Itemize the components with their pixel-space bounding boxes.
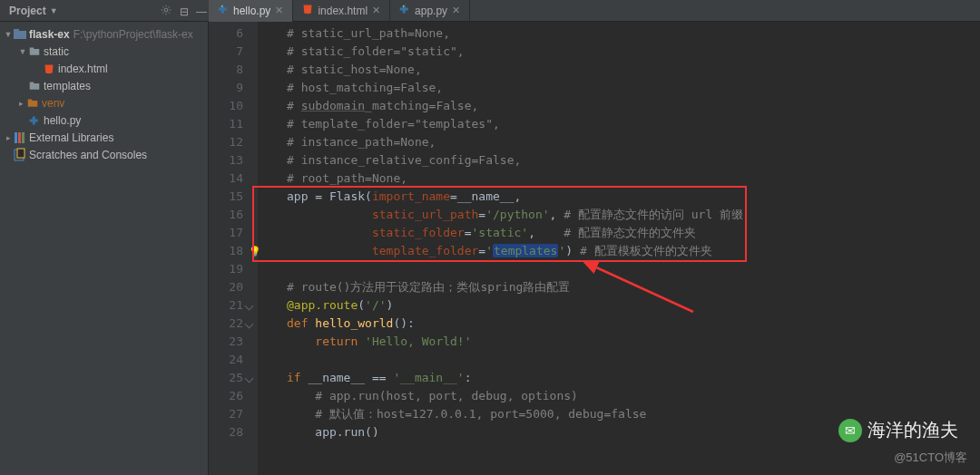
line-number[interactable]: 12	[209, 133, 243, 151]
svg-rect-6	[14, 29, 19, 32]
expand-icon[interactable]: ▸	[4, 133, 13, 142]
python-file-icon	[27, 115, 42, 126]
line-number[interactable]: 6	[209, 24, 243, 43]
toolwindow-title[interactable]: Project	[9, 5, 46, 17]
tree-folder-templates[interactable]: templates	[0, 77, 208, 94]
ide-root: Project ▼ ⊟ — hello.py ✕ index.html ✕	[0, 0, 980, 475]
code-text: # static_host=None,	[287, 63, 422, 76]
code-text: if __name__ == '__main__':	[287, 369, 980, 387]
tree-root[interactable]: ▼ flask-ex F:\pythonProject\flask-ex	[0, 25, 208, 43]
code-area[interactable]: # static_url_path=None, # static_folder=…	[258, 22, 980, 475]
top-bar: Project ▼ ⊟ — hello.py ✕ index.html ✕	[0, 0, 980, 22]
libraries-icon	[13, 131, 27, 145]
close-icon[interactable]: ✕	[372, 5, 380, 16]
line-number[interactable]: 23	[209, 333, 243, 351]
line-number[interactable]: 16	[209, 206, 243, 224]
tree-label: venv	[42, 97, 64, 110]
svg-rect-8	[30, 47, 34, 49]
line-number[interactable]: 28	[209, 423, 243, 441]
svg-rect-7	[30, 49, 40, 55]
svg-rect-17	[17, 149, 24, 158]
code-text: app.run()	[287, 425, 379, 439]
tree-label: templates	[44, 80, 91, 92]
tree-scratches[interactable]: Scratches and Consoles	[0, 146, 208, 163]
expand-icon[interactable]: ▼	[4, 30, 13, 39]
main-area: ▼ flask-ex F:\pythonProject\flask-ex ▼ s…	[0, 22, 980, 475]
tree-file-hello-py[interactable]: hello.py	[0, 111, 208, 129]
line-number[interactable]: 7	[209, 43, 243, 61]
tab-app-py[interactable]: app.py ✕	[390, 0, 470, 22]
line-number[interactable]: 9	[209, 79, 243, 97]
line-number[interactable]: 13	[209, 151, 243, 170]
code-text: # subdomain_matching=False,	[287, 99, 478, 112]
svg-rect-13	[15, 132, 17, 143]
line-number[interactable]: 14	[209, 170, 243, 188]
svg-rect-11	[28, 101, 38, 107]
project-folder-icon	[13, 27, 27, 42]
line-number[interactable]: 15	[209, 188, 243, 206]
tab-label: app.py	[415, 5, 447, 17]
line-number[interactable]: 11	[209, 115, 243, 133]
code-text: # instance_path=None,	[287, 135, 436, 149]
tab-label: index.html	[318, 5, 368, 17]
tree-label: External Libraries	[29, 131, 113, 144]
html-file-icon	[302, 4, 313, 17]
toolwindow-header: Project ▼ ⊟ —	[0, 3, 209, 19]
svg-rect-14	[18, 132, 21, 143]
tree-file-index-html[interactable]: index.html	[0, 60, 208, 77]
code-text: static_folder='static', # 配置静态文件的文件夹	[287, 224, 980, 242]
tree-label: index.html	[58, 63, 108, 75]
code-text: # host_matching=False,	[287, 81, 443, 94]
python-file-icon	[218, 4, 229, 17]
tab-hello-py[interactable]: hello.py ✕	[209, 0, 293, 22]
code-text: def hello_world():	[287, 315, 980, 333]
line-number[interactable]: 18	[209, 242, 243, 260]
folder-icon	[27, 81, 42, 92]
line-number[interactable]: 17	[209, 224, 243, 242]
close-icon[interactable]: ✕	[452, 5, 460, 16]
line-number[interactable]: 8	[209, 61, 243, 79]
code-text: # app.run(host, port, debug, options)	[287, 389, 578, 402]
svg-rect-5	[14, 31, 26, 39]
svg-point-3	[221, 5, 223, 7]
line-number[interactable]: 24	[209, 351, 243, 369]
tab-index-html[interactable]: index.html ✕	[293, 0, 390, 22]
line-number[interactable]: 20	[209, 278, 243, 296]
tree-label: static	[44, 45, 69, 58]
scratches-icon	[13, 148, 27, 162]
line-number[interactable]: 27	[209, 405, 243, 423]
tree-label: hello.py	[44, 114, 81, 127]
minimize-icon[interactable]: —	[194, 5, 209, 19]
code-text: # root_path=None,	[287, 171, 407, 185]
html-file-icon	[42, 63, 56, 74]
line-number[interactable]: 26	[209, 387, 243, 405]
project-tree[interactable]: ▼ flask-ex F:\pythonProject\flask-ex ▼ s…	[0, 22, 209, 475]
expand-icon[interactable]: ▼	[18, 47, 27, 56]
code-text: # instance_relative_config=False,	[287, 153, 521, 167]
line-number[interactable]: 19	[209, 260, 243, 278]
folder-icon	[27, 46, 42, 57]
tree-folder-venv[interactable]: ▸ venv	[0, 94, 208, 111]
tree-external-libraries[interactable]: ▸ External Libraries	[0, 129, 208, 146]
svg-rect-12	[28, 99, 33, 101]
line-number[interactable]: 10	[209, 97, 243, 115]
tree-label: Scratches and Consoles	[29, 149, 147, 161]
close-icon[interactable]: ✕	[275, 5, 283, 16]
tree-label: flask-ex	[29, 28, 70, 41]
line-number[interactable]: 21	[209, 296, 243, 315]
tab-label: hello.py	[233, 5, 270, 17]
line-gutter: 6 7 8 9 10 11 12 13 14 15 16 17 18 19 20…	[209, 22, 258, 475]
tree-path: F:\pythonProject\flask-ex	[74, 28, 193, 41]
gear-icon[interactable]	[159, 3, 173, 17]
tree-folder-static[interactable]: ▼ static	[0, 43, 208, 60]
svg-point-2	[164, 8, 168, 12]
code-editor[interactable]: 6 7 8 9 10 11 12 13 14 15 16 17 18 19 20…	[209, 22, 980, 475]
venv-folder-icon	[25, 98, 40, 109]
dropdown-caret-icon[interactable]: ▼	[50, 6, 58, 15]
code-text: # static_folder="static",	[287, 44, 465, 58]
code-text: # 默认值：host=127.0.0.1, port=5000, debug=f…	[287, 407, 646, 421]
line-number[interactable]: 25	[209, 369, 243, 387]
svg-rect-9	[30, 83, 40, 90]
expand-icon[interactable]: ▸	[16, 99, 25, 108]
line-number[interactable]: 22	[209, 315, 243, 333]
